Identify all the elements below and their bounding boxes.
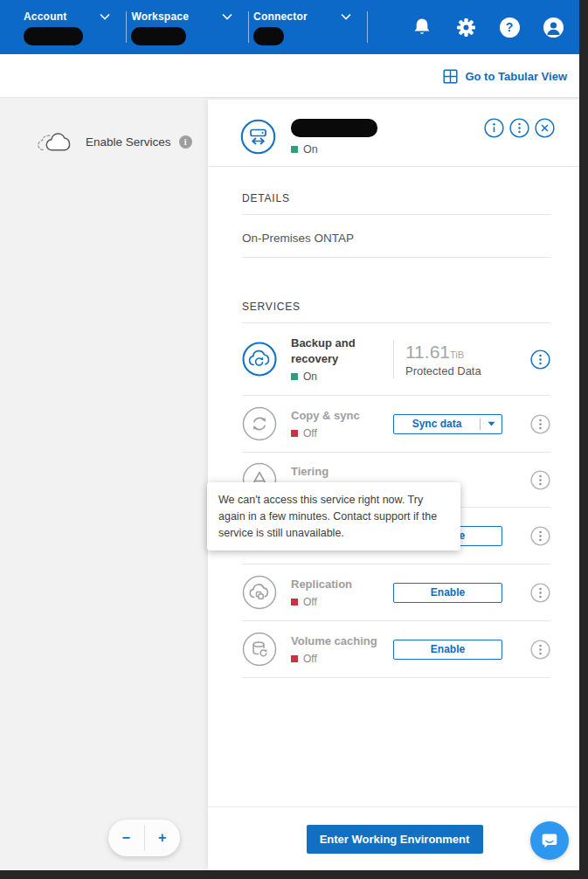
service-status: Off bbox=[291, 653, 393, 665]
info-icon[interactable]: i bbox=[179, 135, 192, 149]
service-menu-icon[interactable] bbox=[530, 414, 550, 434]
chevron-down-icon bbox=[100, 13, 110, 20]
service-name: Volume caching bbox=[291, 633, 393, 649]
workspace-label: Workspace bbox=[131, 10, 189, 23]
stat-label: Protected Data bbox=[405, 364, 530, 377]
protected-data-stat: 11.61TiB Protected Data bbox=[394, 342, 530, 377]
working-environment-icon bbox=[240, 119, 276, 155]
status-red-square bbox=[291, 655, 298, 662]
details-value: On-Premises ONTAP bbox=[242, 215, 550, 258]
service-menu-icon[interactable] bbox=[530, 583, 550, 603]
sync-data-button[interactable]: Sync data bbox=[393, 414, 502, 434]
service-menu-icon[interactable] bbox=[530, 526, 550, 546]
services-section-title: SERVICES bbox=[242, 275, 550, 323]
enable-button[interactable]: Enable bbox=[393, 640, 502, 660]
chevron-down-icon bbox=[341, 13, 351, 20]
nav-divider bbox=[367, 11, 368, 43]
tabular-view-label: Go to Tabular View bbox=[465, 70, 567, 83]
cloud-icon bbox=[37, 128, 78, 155]
details-section-title: DETAILS bbox=[242, 167, 550, 215]
workspace-menu[interactable]: Workspace bbox=[127, 0, 248, 54]
account-menu[interactable]: Account bbox=[19, 0, 126, 54]
service-name: Tiering bbox=[291, 464, 530, 480]
enable-services-label: Enable Services bbox=[86, 135, 171, 149]
information-icon[interactable] bbox=[484, 118, 504, 138]
notifications-bell-icon[interactable] bbox=[412, 17, 432, 38]
status-text: On bbox=[303, 143, 318, 156]
workspace-value-redacted bbox=[131, 27, 186, 45]
go-to-tabular-view-link[interactable]: Go to Tabular View bbox=[443, 54, 567, 98]
service-row-replication: Replication Off Enable bbox=[242, 564, 550, 621]
app-window: Account Workspace Connector bbox=[0, 0, 579, 870]
close-icon[interactable] bbox=[535, 118, 555, 138]
enter-working-environment-button[interactable]: Enter Working Environment bbox=[307, 825, 483, 854]
status-green-square bbox=[291, 373, 298, 380]
panel-body: DETAILS On-Premises ONTAP SERVICES Backu… bbox=[208, 167, 579, 678]
stat-value: 11.61 bbox=[405, 342, 450, 362]
volume-caching-icon bbox=[242, 632, 277, 667]
service-row-volume-caching: Volume caching Off Enable bbox=[242, 621, 550, 678]
service-name: Copy & sync bbox=[291, 408, 393, 424]
environment-name-redacted bbox=[291, 119, 377, 137]
chat-support-button[interactable] bbox=[530, 821, 569, 860]
caret-down-icon[interactable] bbox=[481, 421, 502, 426]
panel-header: On bbox=[208, 100, 579, 167]
help-icon[interactable]: ? bbox=[499, 17, 520, 38]
replication-icon bbox=[242, 575, 277, 610]
status-green-square bbox=[291, 146, 298, 153]
sub-header-bar: Go to Tabular View bbox=[0, 54, 579, 98]
enable-services-node[interactable]: Enable Services i bbox=[37, 128, 192, 155]
settings-gear-icon[interactable] bbox=[455, 17, 476, 38]
copy-sync-icon bbox=[242, 406, 277, 441]
more-menu-icon[interactable] bbox=[509, 118, 529, 138]
grid-view-icon bbox=[443, 69, 458, 84]
zoom-out-button[interactable]: − bbox=[108, 820, 144, 856]
account-value-redacted bbox=[24, 27, 83, 45]
environment-status: On bbox=[291, 143, 318, 156]
service-status: On bbox=[291, 370, 393, 383]
chevron-down-icon bbox=[222, 13, 232, 20]
service-status: Off bbox=[291, 596, 393, 608]
service-row-backup-and-recovery: Backup and recovery On 11.61TiB Protecte… bbox=[242, 323, 550, 396]
service-row-copy-and-sync: Copy & sync Off Sync data bbox=[242, 396, 550, 453]
status-red-square bbox=[291, 599, 298, 606]
panel-footer: Enter Working Environment bbox=[208, 806, 579, 870]
chat-bubble-icon bbox=[540, 831, 559, 850]
top-navigation-bar: Account Workspace Connector bbox=[0, 0, 579, 54]
status-red-square bbox=[291, 430, 298, 437]
nav-group: Account Workspace Connector bbox=[0, 0, 368, 54]
service-menu-icon[interactable] bbox=[530, 470, 550, 490]
service-menu-icon[interactable] bbox=[530, 350, 550, 370]
stat-unit: TiB bbox=[450, 350, 464, 360]
service-status: Off bbox=[291, 427, 393, 440]
connector-menu[interactable]: Connector bbox=[249, 0, 367, 54]
service-name: Replication bbox=[291, 577, 393, 592]
connector-label: Connector bbox=[253, 10, 308, 23]
service-unavailable-tooltip: We can't access this service right now. … bbox=[207, 482, 460, 550]
service-menu-icon[interactable] bbox=[530, 640, 550, 660]
backup-recovery-icon bbox=[242, 342, 277, 377]
user-account-icon[interactable] bbox=[543, 17, 564, 38]
service-name: Backup and recovery bbox=[291, 336, 393, 366]
canvas-zoom-controls: − + bbox=[108, 820, 180, 856]
sync-data-label: Sync data bbox=[394, 418, 480, 430]
enable-button[interactable]: Enable bbox=[393, 583, 502, 603]
connector-value-redacted bbox=[253, 27, 284, 45]
account-label: Account bbox=[24, 10, 66, 23]
zoom-in-button[interactable]: + bbox=[145, 820, 181, 856]
